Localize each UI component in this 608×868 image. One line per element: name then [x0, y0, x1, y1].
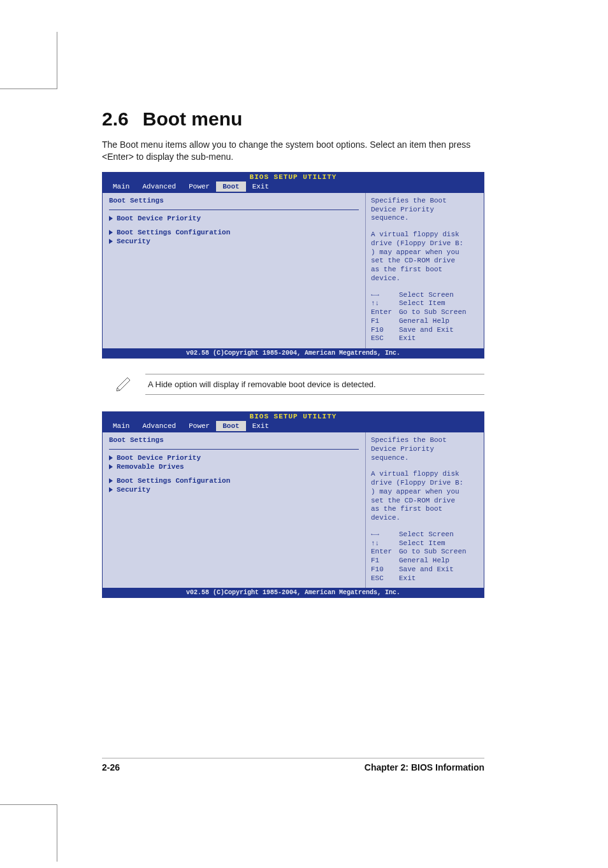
menu-item-boot-settings-configuration[interactable]: Boot Settings Configuration: [109, 228, 359, 237]
key-esc: ESCExit: [371, 334, 479, 343]
key-enter: EnterGo to Sub Screen: [371, 548, 479, 557]
bios-section-heading: Boot Settings: [109, 197, 359, 206]
bios-screenshot-1: BIOS SETUP UTILITY Main Advanced Power B…: [102, 172, 484, 359]
bios-divider: [109, 449, 359, 450]
key-enter: EnterGo to Sub Screen: [371, 308, 479, 317]
crop-mark-top-left: [0, 32, 57, 89]
crop-mark-bottom-left: [0, 804, 57, 862]
bios-tabs: Main Advanced Power Boot Exit: [103, 181, 484, 193]
page-number: 2-26: [102, 762, 120, 772]
submenu-arrow-icon: [109, 216, 113, 221]
section-title-text: Boot menu: [143, 108, 243, 129]
key-select-screen: ←→Select Screen: [371, 530, 479, 539]
bios-title: BIOS SETUP UTILITY: [103, 412, 484, 421]
tab-boot[interactable]: Boot: [216, 181, 245, 192]
bios-body: Boot Settings Boot Device Priority Remov…: [103, 432, 484, 588]
bios-copyright: v02.58 (C)Copyright 1985-2004, American …: [103, 588, 484, 597]
menu-item-security[interactable]: Security: [109, 237, 359, 246]
menu-item-boot-settings-configuration[interactable]: Boot Settings Configuration: [109, 476, 359, 485]
tab-advanced[interactable]: Advanced: [136, 421, 182, 431]
tab-boot[interactable]: Boot: [216, 421, 245, 431]
bios-body: Boot Settings Boot Device Priority Boot …: [103, 193, 484, 348]
chapter-label: Chapter 2: BIOS Information: [365, 762, 484, 772]
submenu-arrow-icon: [109, 239, 113, 244]
key-select-item: ↑↓Select Item: [371, 539, 479, 548]
section-heading: 2.6Boot menu: [102, 108, 484, 130]
submenu-arrow-icon: [109, 478, 113, 483]
bios-help-pane: Specifies the Boot Device Priority seque…: [366, 193, 484, 348]
key-f10: F10Save and Exit: [371, 566, 479, 574]
bios-section-heading: Boot Settings: [109, 436, 359, 445]
help-text-1: Specifies the Boot Device Priority seque…: [371, 197, 479, 223]
bios-title: BIOS SETUP UTILITY: [103, 173, 484, 181]
menu-item-label: Security: [117, 486, 150, 494]
note-text: A Hide option will display if removable …: [145, 374, 484, 395]
menu-item-boot-device-priority[interactable]: Boot Device Priority: [109, 214, 359, 223]
menu-item-removable-drives[interactable]: Removable Drives: [109, 462, 359, 471]
tab-power[interactable]: Power: [182, 181, 216, 192]
tab-exit[interactable]: Exit: [246, 421, 275, 431]
note-icon: [115, 374, 133, 392]
submenu-arrow-icon: [109, 455, 113, 460]
submenu-arrow-icon: [109, 230, 113, 235]
menu-item-label: Removable Drives: [117, 463, 184, 471]
intro-paragraph: The Boot menu items allow you to change …: [102, 139, 484, 163]
page-content: 2.6Boot menu The Boot menu items allow y…: [102, 108, 484, 613]
bios-tabs: Main Advanced Power Boot Exit: [103, 421, 484, 432]
bios-help-pane: Specifies the Boot Device Priority seque…: [366, 432, 484, 588]
menu-item-security[interactable]: Security: [109, 485, 359, 494]
bios-divider: [109, 210, 359, 210]
key-f10: F10Save and Exit: [371, 326, 479, 335]
help-text-2: A virtual floppy disk drive (Floppy Driv…: [371, 470, 479, 523]
tab-exit[interactable]: Exit: [246, 181, 275, 192]
section-number: 2.6: [102, 108, 129, 130]
help-text-2: A virtual floppy disk drive (Floppy Driv…: [371, 231, 479, 283]
bios-screenshot-2: BIOS SETUP UTILITY Main Advanced Power B…: [102, 411, 484, 598]
menu-item-boot-device-priority[interactable]: Boot Device Priority: [109, 453, 359, 462]
key-esc: ESCExit: [371, 574, 479, 583]
tab-advanced[interactable]: Advanced: [136, 181, 182, 192]
help-text-1: Specifies the Boot Device Priority seque…: [371, 436, 479, 462]
menu-item-label: Boot Device Priority: [117, 215, 201, 222]
key-f1: F1General Help: [371, 557, 479, 566]
bios-left-pane: Boot Settings Boot Device Priority Remov…: [103, 432, 366, 588]
page-footer: 2-26 Chapter 2: BIOS Information: [102, 758, 484, 772]
key-legend: ←→Select Screen ↑↓Select Item EnterGo to…: [371, 291, 479, 344]
key-select-screen: ←→Select Screen: [371, 291, 479, 300]
note-callout: A Hide option will display if removable …: [115, 374, 484, 395]
menu-item-label: Boot Device Priority: [117, 454, 201, 462]
bios-copyright: v02.58 (C)Copyright 1985-2004, American …: [103, 348, 484, 358]
menu-item-label: Security: [117, 238, 150, 245]
menu-item-label: Boot Settings Configuration: [117, 229, 230, 236]
submenu-arrow-icon: [109, 487, 113, 492]
tab-main[interactable]: Main: [106, 181, 136, 192]
tab-power[interactable]: Power: [182, 421, 216, 431]
key-select-item: ↑↓Select Item: [371, 299, 479, 308]
key-f1: F1General Help: [371, 317, 479, 326]
tab-main[interactable]: Main: [106, 421, 136, 431]
bios-left-pane: Boot Settings Boot Device Priority Boot …: [103, 193, 366, 348]
menu-item-label: Boot Settings Configuration: [117, 477, 230, 485]
submenu-arrow-icon: [109, 464, 113, 469]
key-legend: ←→Select Screen ↑↓Select Item EnterGo to…: [371, 530, 479, 583]
